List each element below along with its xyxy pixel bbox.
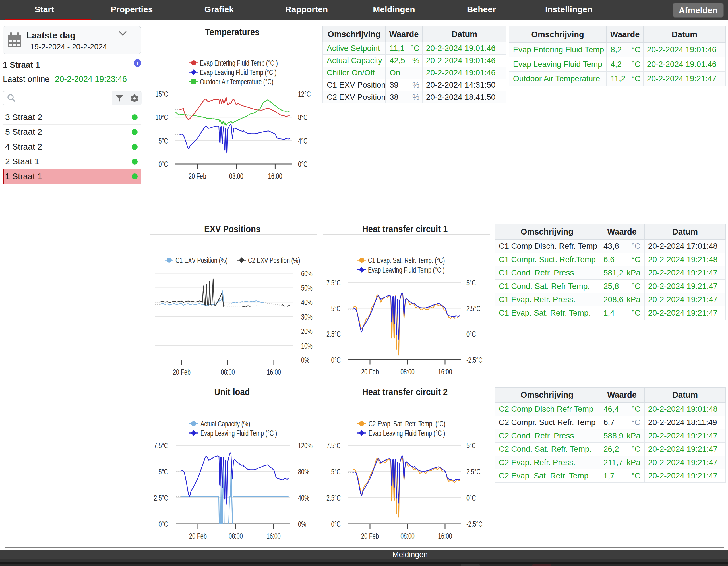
svg-text:EXV Positions: EXV Positions [204,224,260,234]
svg-text:20 Feb: 20 Feb [189,532,207,540]
svg-text:08:00: 08:00 [229,172,243,181]
svg-text:Heat transfer circuit 2: Heat transfer circuit 2 [362,386,448,397]
svg-text:0°C: 0°C [331,520,341,528]
svg-text:0°C: 0°C [159,520,168,528]
svg-text:7.5°C: 7.5°C [154,441,168,450]
svg-text:Evap Leaving Fluid Temp (°C ): Evap Leaving Fluid Temp (°C ) [200,429,277,437]
svg-text:2.5°C: 2.5°C [326,330,341,338]
svg-text:2.5°C: 2.5°C [466,467,481,476]
svg-text:Evap Entering Fluid Temp (°C ): Evap Entering Fluid Temp (°C ) [200,59,278,67]
svg-text:10%: 10% [301,341,313,350]
svg-text:-2.5°C: -2.5°C [466,356,483,364]
svg-text:08:00: 08:00 [229,532,243,540]
svg-text:12°C: 12°C [298,90,311,98]
svg-text:20%: 20% [301,327,313,336]
svg-text:16:00: 16:00 [267,367,281,376]
svg-text:-2.5°C: -2.5°C [466,520,483,528]
svg-text:16:00: 16:00 [438,532,452,540]
svg-text:8°C: 8°C [298,113,307,122]
svg-text:0%: 0% [298,520,306,528]
svg-text:16:00: 16:00 [268,172,282,181]
svg-text:15°C: 15°C [156,90,168,98]
svg-text:50%: 50% [301,283,313,292]
svg-text:0°C: 0°C [331,356,341,364]
svg-text:4°C: 4°C [298,137,307,145]
svg-text:Evap Leaving Fluid Temp (°C ): Evap Leaving Fluid Temp (°C ) [368,266,444,274]
svg-text:40%: 40% [298,493,309,502]
svg-text:120%: 120% [298,441,313,450]
svg-text:Evap Leaving Fluid Temp (°C ): Evap Leaving Fluid Temp (°C ) [200,68,276,77]
svg-text:08:00: 08:00 [400,367,415,376]
svg-text:20 Feb: 20 Feb [361,367,379,376]
svg-text:16:00: 16:00 [266,532,281,540]
svg-text:5°C: 5°C [466,441,476,450]
svg-text:5°C: 5°C [159,137,168,145]
svg-text:5°C: 5°C [159,467,168,476]
svg-text:60%: 60% [301,269,313,278]
svg-text:C2 Evap. Sat. Refr. Temp. (°C): C2 Evap. Sat. Refr. Temp. (°C) [369,419,446,428]
svg-text:7.5°C: 7.5°C [326,278,341,287]
svg-text:0%: 0% [301,356,309,364]
svg-text:0°C: 0°C [298,160,307,169]
svg-text:7.5°C: 7.5°C [326,441,341,450]
svg-text:40%: 40% [301,298,313,307]
svg-text:08:00: 08:00 [400,532,415,540]
svg-text:20 Feb: 20 Feb [173,367,191,376]
svg-text:2.5°C: 2.5°C [326,493,341,502]
svg-text:Unit load: Unit load [214,386,250,397]
svg-text:C1 EXV Position (%): C1 EXV Position (%) [175,256,227,265]
svg-text:2.5°C: 2.5°C [466,304,481,313]
svg-text:0°C: 0°C [466,493,476,502]
svg-text:Evap Leaving Fluid Temp (°C ): Evap Leaving Fluid Temp (°C ) [369,429,445,437]
svg-text:5°C: 5°C [331,304,341,313]
svg-text:Outdoor Air Temperature (°C): Outdoor Air Temperature (°C) [200,77,273,86]
svg-text:80%: 80% [298,467,309,476]
svg-text:Temperatures: Temperatures [205,26,259,37]
svg-text:10°C: 10°C [156,113,168,122]
svg-text:30%: 30% [301,312,313,321]
svg-text:20 Feb: 20 Feb [361,532,379,540]
svg-text:C2 EXV Position (%): C2 EXV Position (%) [248,256,300,265]
svg-text:2.5°C: 2.5°C [154,493,168,502]
svg-text:0°C: 0°C [159,160,168,169]
svg-text:08:00: 08:00 [221,367,235,376]
svg-text:Actual Capacity (%): Actual Capacity (%) [200,419,250,428]
svg-text:Heat transfer circuit 1: Heat transfer circuit 1 [362,224,448,234]
svg-text:16:00: 16:00 [438,367,452,376]
svg-text:5°C: 5°C [331,467,341,476]
svg-text:C1 Evap. Sat. Refr. Temp. (°C): C1 Evap. Sat. Refr. Temp. (°C) [368,256,445,265]
svg-text:20 Feb: 20 Feb [189,172,206,181]
svg-text:0°C: 0°C [466,330,476,338]
svg-text:5°C: 5°C [466,278,476,287]
